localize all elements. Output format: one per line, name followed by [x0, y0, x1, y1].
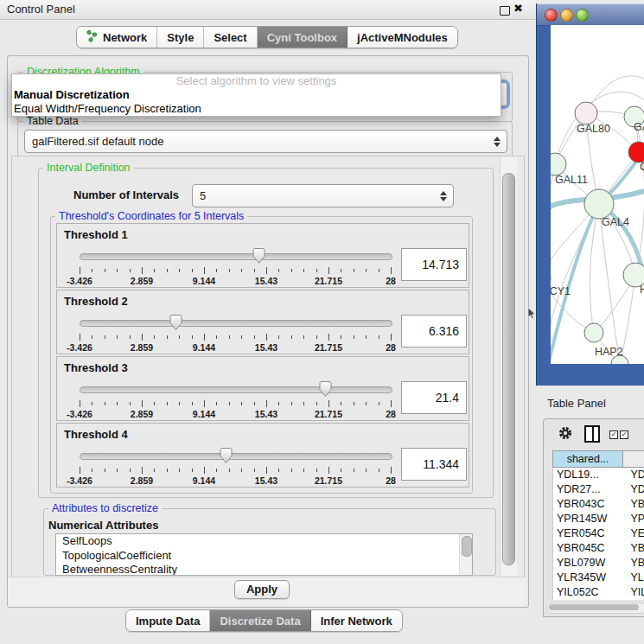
tab-cyni-toolbox[interactable]: Cyni Toolbox — [258, 27, 348, 48]
slider-tick — [229, 469, 230, 472]
slider-tick-label: 2.859 — [131, 276, 153, 286]
slider-tick-label: 21.715 — [315, 276, 342, 286]
close-icon[interactable]: ✖ — [513, 2, 523, 15]
slider-tick — [254, 469, 255, 472]
number-of-intervals-combo[interactable]: 5 — [192, 184, 454, 207]
table-data-combo[interactable]: galFiltered.sif default node — [24, 130, 507, 153]
horizontal-scrollbar[interactable] — [546, 603, 644, 614]
vertical-scrollbar-thumb[interactable] — [502, 173, 515, 565]
tab-jactivemnodules[interactable]: jActiveMNodules — [348, 27, 457, 48]
split-columns-icon[interactable] — [584, 425, 600, 443]
threshold-value-field[interactable]: 11.344 — [401, 448, 467, 481]
slider-tick — [130, 469, 131, 472]
list-scrollbar-thumb[interactable] — [462, 536, 472, 557]
tab-network[interactable]: Network — [77, 27, 157, 48]
slider-tick-label: 28 — [386, 276, 396, 286]
threshold-slider[interactable]: -3.4262.8599.14415.4321.71528 — [80, 250, 391, 286]
slider-thumb[interactable] — [220, 448, 233, 463]
slider-tick-label: 21.715 — [315, 342, 342, 353]
slider-tick-label: 2.859 — [131, 409, 153, 419]
threshold-slider[interactable]: -3.4262.8599.14415.4321.71528 — [80, 450, 391, 486]
tab-label: Style — [167, 31, 194, 44]
slider-tick-label: 9.144 — [193, 342, 215, 353]
checkbox-icon[interactable]: ✓ — [620, 430, 628, 439]
numerical-attributes-list[interactable]: SelfLoopsTopologicalCoefficientBetweenne… — [55, 533, 473, 576]
gear-icon[interactable] — [558, 425, 573, 444]
slider-tick — [142, 267, 143, 274]
slider-tick-label: 9.144 — [193, 475, 215, 486]
attribute-list-item[interactable]: TopologicalCoefficient — [56, 549, 472, 564]
slider-thumb[interactable] — [252, 248, 265, 264]
tab-select[interactable]: Select — [204, 27, 257, 48]
tab-impute-data[interactable]: Impute Data — [126, 610, 210, 631]
attribute-list-item[interactable]: SelfLoops — [56, 534, 472, 549]
tab-style[interactable]: Style — [157, 27, 204, 48]
column-header-shared-name[interactable]: shared... — [552, 450, 623, 468]
table-row[interactable]: YPR145WYPR1 — [553, 512, 644, 526]
slider-tick — [379, 469, 379, 472]
tab-discretize-data[interactable]: Discretize Data — [210, 610, 310, 631]
column-header-name[interactable]: name — [623, 450, 644, 468]
list-scrollbar[interactable] — [459, 534, 472, 575]
slider-tick — [105, 269, 105, 272]
close-traffic-light-icon[interactable] — [545, 9, 558, 22]
threshold-value-field[interactable]: 21.4 — [401, 381, 467, 414]
table-row[interactable]: YBR043CYBR0 — [553, 497, 644, 512]
slider-tick — [341, 402, 341, 405]
threshold-value-field[interactable]: 6.316 — [401, 315, 467, 348]
network-node-label: C — [640, 161, 644, 173]
slider-thumb[interactable] — [319, 381, 332, 397]
network-node[interactable] — [551, 153, 566, 175]
network-node[interactable] — [575, 102, 597, 124]
table-data-combo-value: galFiltered.sif default node — [32, 135, 163, 148]
dropdown-option-manual[interactable]: Manual Discretization — [12, 88, 501, 102]
slider-track[interactable] — [80, 320, 392, 327]
slider-tick-label: 28 — [386, 342, 396, 353]
slider-tick — [341, 469, 341, 472]
slider-tick — [379, 335, 379, 339]
slider-tick — [92, 402, 92, 405]
slider-track[interactable] — [80, 253, 392, 260]
table-row[interactable]: YER054CYER0 — [553, 526, 644, 541]
slider-track[interactable] — [80, 386, 392, 393]
table-body: YDL19...YDL1YDR27...YDR2YBR043CYBR0YPR14… — [552, 468, 644, 600]
network-node[interactable] — [584, 189, 614, 219]
apply-button[interactable]: Apply — [234, 580, 290, 599]
table-row[interactable]: YDR27...YDR2 — [553, 482, 644, 497]
checkbox-icon[interactable]: ✓ — [609, 430, 618, 439]
slider-tick — [216, 469, 217, 472]
table-row[interactable]: YBR045CYBR0 — [553, 541, 644, 556]
slider-tick — [130, 402, 131, 405]
table-row[interactable]: YLR345WYLR3 — [553, 571, 644, 585]
table-row[interactable]: YDL19...YDL1 — [553, 468, 644, 482]
float-window-icon[interactable] — [500, 6, 510, 16]
threshold-value-field[interactable]: 14.713 — [401, 248, 467, 281]
slider-tick — [366, 469, 367, 472]
threshold-slider[interactable]: -3.4262.8599.14415.4321.71528 — [80, 383, 391, 419]
cell-name: YBL0 — [627, 556, 644, 571]
slider-thumb[interactable] — [169, 315, 182, 330]
tab-infer-network[interactable]: Infer Network — [311, 610, 402, 631]
network-canvas[interactable]: GAL80GACGAL11GAL4GCY1HHAP2 — [551, 25, 644, 364]
slider-tick — [328, 267, 329, 274]
cell-name: YDL1 — [627, 468, 644, 482]
slider-tick — [278, 269, 279, 272]
slider-track[interactable] — [80, 453, 392, 460]
threshold-slider[interactable]: -3.4262.8599.14415.4321.71528 — [80, 316, 391, 353]
minimize-traffic-light-icon[interactable] — [560, 9, 573, 22]
network-node-label: GCY1 — [551, 285, 571, 297]
table-row[interactable]: YIL052CYIL0 — [553, 585, 644, 600]
dropdown-option-equal-width[interactable]: Equal Width/Frequency Discretization — [12, 102, 501, 116]
node-table: shared... name YDL19...YDL1YDR27...YDR2Y… — [552, 450, 644, 600]
table-row[interactable]: YBL079WYBL0 — [553, 556, 644, 571]
network-node[interactable] — [584, 323, 603, 342]
cell-name: YIL0 — [627, 585, 644, 600]
attribute-list-item[interactable]: BetweennessCentrality — [56, 563, 472, 576]
network-node-label: H — [640, 284, 644, 296]
network-node[interactable] — [628, 142, 644, 163]
slider-tick — [117, 335, 118, 339]
horizontal-scrollbar-thumb[interactable] — [549, 604, 639, 610]
slider-tick — [192, 402, 193, 405]
zoom-traffic-light-icon[interactable] — [576, 9, 589, 22]
slider-tick — [80, 334, 80, 341]
